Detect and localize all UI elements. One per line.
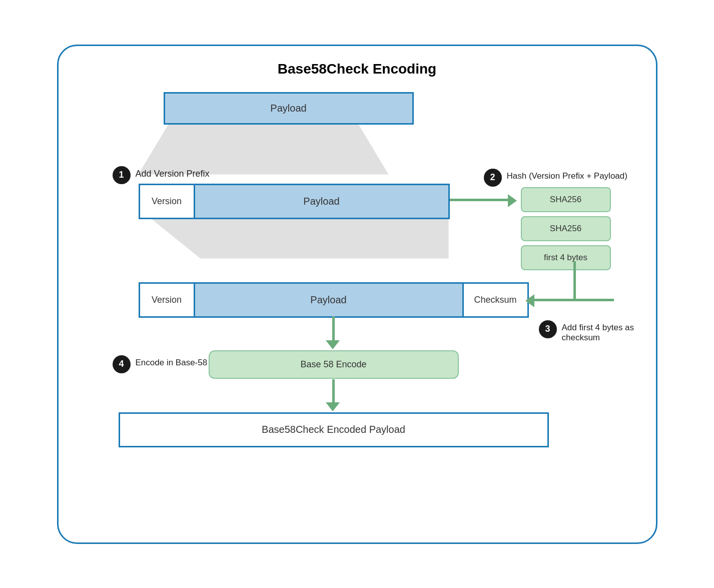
checksum-box: Checksum <box>462 284 527 316</box>
gray-band-1 <box>139 125 389 175</box>
v-arrow-to-final <box>332 379 335 404</box>
sha256-box-1: SHA256 <box>521 187 611 212</box>
step-4-circle: 4 <box>113 355 131 373</box>
arrow-down-head-2 <box>326 402 340 411</box>
layout: 1 Add Version Prefix 2 Hash (Version Pre… <box>79 92 636 522</box>
payload-top-box: Payload <box>164 92 414 125</box>
diagram-container: Base58Check Encoding 1 Add Version Prefi… <box>57 45 657 544</box>
step-2-label: Hash (Version Prefix + Payload) <box>507 171 627 181</box>
arrow-left-head <box>525 294 534 307</box>
v-arrow-down <box>573 261 576 301</box>
step-3-label: Add first 4 bytes as checksum <box>562 323 636 343</box>
row2: Version Payload Checksum <box>139 282 529 318</box>
arrow-right-line <box>450 199 510 201</box>
v-arrow-to-base58 <box>332 316 335 342</box>
base58-encode-box: Base 58 Encode <box>209 350 459 379</box>
version-box-1: Version <box>140 185 195 218</box>
final-output-box: Base58Check Encoded Payload <box>119 412 549 447</box>
step-1-label: Add Version Prefix <box>136 169 210 179</box>
h-arrow-left <box>531 299 614 301</box>
step-2-circle: 2 <box>484 169 502 187</box>
payload-box-2: Payload <box>195 284 462 316</box>
row1: Version Payload <box>139 184 450 219</box>
step-3-circle: 3 <box>539 320 557 338</box>
first4bytes-box: first 4 bytes <box>521 245 611 270</box>
arrow-down-head-1 <box>326 340 340 349</box>
payload-box-1: Payload <box>195 185 448 218</box>
diagram-title: Base58Check Encoding <box>79 61 636 77</box>
version-box-2: Version <box>140 284 195 316</box>
arrow-right-head <box>508 194 517 207</box>
step-1-circle: 1 <box>113 166 131 184</box>
hash-column: SHA256 SHA256 first 4 bytes <box>521 187 616 270</box>
step-4-label: Encode in Base-58 <box>136 358 208 368</box>
sha256-box-2: SHA256 <box>521 216 611 241</box>
